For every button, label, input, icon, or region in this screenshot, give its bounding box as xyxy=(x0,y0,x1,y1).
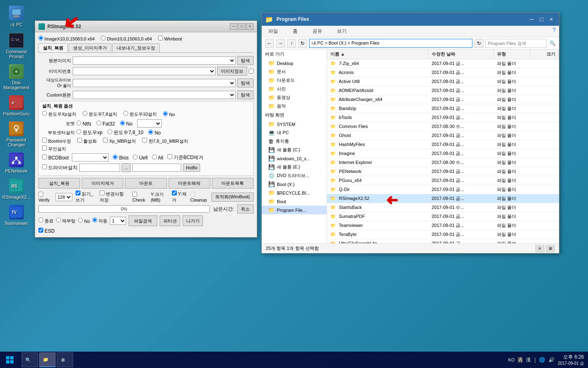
start-button[interactable] xyxy=(0,352,20,368)
browse2-btn[interactable]: 탐색 xyxy=(237,79,254,88)
file-row[interactable]: 📁 PGuru_x64 2017-09-01 금... 파일 폴더 xyxy=(327,176,559,185)
search-icon[interactable]: 🔍 xyxy=(550,40,556,46)
file-row[interactable]: 📁 Imagine 2017-09-01 금... 파일 폴더 xyxy=(327,149,559,158)
winxp-install[interactable]: 윈도우Xp설치 xyxy=(42,111,76,117)
refresh-btn[interactable]: ↻ xyxy=(298,39,307,48)
unattend-check[interactable]: 무인설치 xyxy=(42,146,66,152)
imagex-option[interactable]: ImageX10,0,15063,0 x64 xyxy=(38,36,95,41)
win10-install[interactable]: 윈도우10설치 xyxy=(123,111,157,117)
file-row[interactable]: 📁 RSImageX2.52 2017-09-01 금... 파일 폴더 xyxy=(327,194,559,203)
sidebar-item-mypc[interactable]: 💻내 PC xyxy=(262,128,327,137)
driver-check-label[interactable]: 드라이버설치 xyxy=(42,164,78,171)
clock[interactable]: 오후 6:26 2017-09-01 금 xyxy=(558,354,584,366)
win-mbr-check[interactable]: 한7,8_10_MBR설치 xyxy=(142,138,188,144)
file-row[interactable]: 📁 PENetwork 2017-09-01 금... 파일 폴더 xyxy=(327,167,559,176)
cleanup-check[interactable]: Cleanup xyxy=(190,192,208,202)
sidebar-item-recycle[interactable]: 📁$RECYCLE.BI... xyxy=(262,188,327,197)
col-header-type[interactable]: 유형 xyxy=(494,49,530,59)
verify-check[interactable]: Verify xyxy=(38,192,52,202)
file-row[interactable]: 📁 HashMyFiles 2017-09-01 금... 파일 폴더 xyxy=(327,140,559,149)
file-row[interactable]: 📁 7-Zip_x64 2017-09-01 금... 파일 폴더 xyxy=(327,59,559,68)
driver-browse-btn[interactable]: ... xyxy=(122,163,131,172)
no-radio[interactable]: No xyxy=(78,218,90,224)
ribbon-tab-home[interactable]: 홈 xyxy=(290,27,301,36)
partition-btn[interactable]: 파티션 xyxy=(160,215,180,226)
driver-input[interactable] xyxy=(79,164,120,172)
explorer-close-btn[interactable]: × xyxy=(547,15,556,24)
unmount-btn[interactable]: 마운트해제 xyxy=(169,178,210,188)
desktop-icon-rsimage[interactable]: RS RSImageX2... xyxy=(2,177,31,201)
explorer-minimize-btn[interactable]: ─ xyxy=(527,15,536,24)
driver-input2[interactable] xyxy=(132,164,181,172)
exit-btn[interactable]: 나가기 xyxy=(183,215,203,226)
img-info-btn[interactable]: 이미지정보 xyxy=(217,67,247,76)
activate-check[interactable]: 활성화 xyxy=(77,138,97,144)
xpmbr-check[interactable]: Xp_MBR설치 xyxy=(103,138,136,144)
read-write-check[interactable]: 읽기_쓰기 xyxy=(76,191,97,203)
check-check[interactable]: Check xyxy=(132,192,147,202)
col-header-date[interactable]: 수정한 날짜 xyxy=(428,49,494,59)
ribbon-tab-view[interactable]: 보기 xyxy=(334,27,350,36)
sidebar-item-e[interactable]: 💾새 볼륨 (E:) xyxy=(262,163,327,171)
install-restore-btn[interactable]: 설치_복원 xyxy=(38,178,80,188)
browse1-btn[interactable]: 탐색 xyxy=(237,56,254,65)
file-row[interactable]: 📁 Common Files 2017-08-30 수... 파일 폴더 xyxy=(327,122,559,131)
desktop-icon-disk[interactable]: Disk Management xyxy=(2,63,31,92)
file-row[interactable]: 📁 Acronis 2017-09-01 금... 파일 폴더 xyxy=(327,68,559,77)
fat32-format[interactable]: Fat32 xyxy=(96,121,115,127)
image-num-input[interactable] xyxy=(73,67,216,75)
file-search-btn[interactable]: 파일검색 xyxy=(129,215,157,226)
y-remove-check[interactable]: Y:제거 xyxy=(172,191,187,203)
help-btn[interactable]: ? xyxy=(552,27,556,36)
sidebar-item-c[interactable]: 💾새 볼륨 (C:) xyxy=(262,146,327,154)
bios-radio[interactable]: Bios xyxy=(113,155,129,161)
win78-install[interactable]: 윈도우7,8설치 xyxy=(82,111,117,117)
file-row[interactable]: 📁 Bandizip 2017-09-01 금... 파일 폴더 xyxy=(327,104,559,113)
file-row[interactable]: 📁 AttributeChanger_x64 2017-09-01 금... 파… xyxy=(327,95,559,104)
hotfix-btn[interactable]: Hotfix xyxy=(183,164,200,172)
taskbar-app[interactable]: 🖥 xyxy=(57,352,73,367)
auto-radio[interactable]: 자동 xyxy=(92,218,107,224)
sidebar-item-boot-x[interactable]: 💾Boot (X:) xyxy=(262,180,327,188)
bcd-dropdown[interactable] xyxy=(72,153,109,162)
file-row[interactable]: 📁 TeraByte 2017-09-01 금... 파일 폴더 xyxy=(327,230,559,239)
no-format[interactable]: No xyxy=(120,121,133,127)
mount-list-btn[interactable]: 마운트목록 xyxy=(212,178,254,188)
bootset-win78[interactable]: 윈도우7,8_10 xyxy=(107,129,143,136)
bootset-xp[interactable]: 윈도우xp xyxy=(76,129,102,136)
sidebar-item-system[interactable]: 📁SYSTEM xyxy=(262,120,327,128)
sidebar-item-pictures[interactable]: 📁사진 xyxy=(262,85,327,93)
browse3-btn[interactable]: 탐색 xyxy=(237,90,254,99)
ribbon-tab-file[interactable]: 파일 xyxy=(265,27,281,36)
sidebar-item-music[interactable]: 📁음악 xyxy=(262,102,327,110)
remove-bcd-check[interactable]: 기준BCD제거 xyxy=(167,154,204,161)
address-path[interactable]: 내 PC > Boot (X:) > Program Files xyxy=(309,39,472,48)
reboot-radio[interactable]: 재부팅 xyxy=(56,218,76,224)
sidebar-item-dvd[interactable]: 💿DVD 드라이브... xyxy=(262,171,327,180)
custom-input[interactable] xyxy=(73,91,236,99)
col-header-name[interactable]: 이름 ▲ xyxy=(327,49,428,59)
col-header-size[interactable]: 크기 xyxy=(530,49,559,59)
tab-install-restore[interactable]: 설치_복원 xyxy=(38,43,68,52)
optimize-btn[interactable]: 최적화(WimBoot) xyxy=(212,193,254,202)
desktop-icon-mypc[interactable]: 내 PC xyxy=(2,4,31,29)
desktop-icon-password[interactable]: Password Changer xyxy=(2,120,31,149)
file-row[interactable]: 📁 Teamviewer 2017-09-01 금... 파일 폴더 xyxy=(327,221,559,230)
change-save-check[interactable]: 변경사항저장 xyxy=(100,191,126,203)
sidebar-item-downloads[interactable]: 📁다운로드 xyxy=(262,76,327,85)
desktop-icon-network[interactable]: PENetwork xyxy=(2,151,31,175)
after-dropdown[interactable]: 1 xyxy=(110,217,126,225)
sidebar-item-videos[interactable]: 📁동영상 xyxy=(262,93,327,102)
all-radio[interactable]: All xyxy=(152,155,163,161)
dism-option[interactable]: Dism10,0,15063,0 x64 xyxy=(101,36,152,41)
detail-view-btn[interactable]: ⊞ xyxy=(546,245,555,252)
uefi-radio[interactable]: Uefi xyxy=(133,155,148,161)
source-image-input[interactable] xyxy=(73,56,236,65)
forward-btn[interactable]: → xyxy=(276,39,285,48)
sidebar-item-desktop[interactable]: 📁Desktop xyxy=(262,59,327,67)
file-row[interactable]: 📁 Internet Explorer 2017-08-30 수... 파일 폴… xyxy=(327,158,559,167)
exit-radio[interactable]: 종료 xyxy=(38,218,53,224)
sidebar-item-win10[interactable]: 💾windows_10_x... xyxy=(262,154,327,163)
sidebar-item-trash[interactable]: 🗑휴지통 xyxy=(262,137,327,146)
file-row[interactable]: 📁 Q-Dir 2017-09-01 금... 파일 폴더 xyxy=(327,185,559,194)
